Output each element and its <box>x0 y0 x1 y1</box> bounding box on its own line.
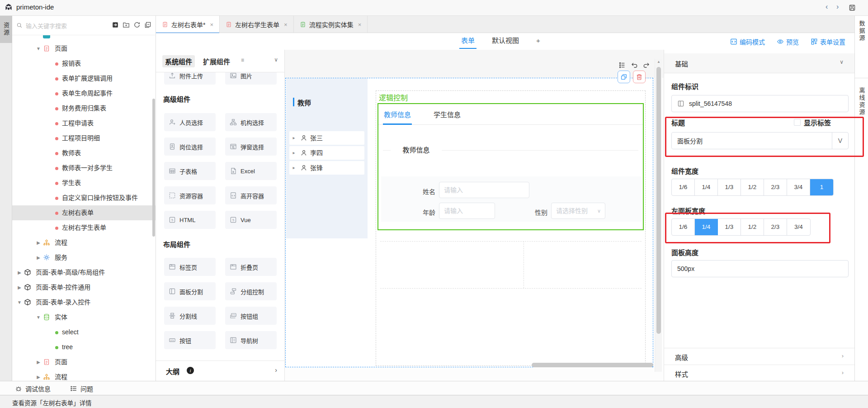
palette-item-html[interactable]: HTML <box>164 211 216 229</box>
tree-item[interactable]: 教师表 <box>12 146 156 161</box>
tree-item[interactable]: 工程项目明细 <box>12 131 156 146</box>
redo-icon[interactable] <box>643 62 650 69</box>
tree-item[interactable]: 财务费用归集表 <box>12 101 156 116</box>
advanced-section-header[interactable]: 高级 › <box>664 348 854 365</box>
form-settings-button[interactable]: 表单设置 <box>811 37 845 46</box>
offline-resources-strip-tab[interactable]: 离线资源 <box>855 87 868 116</box>
tree-item-pages[interactable]: ▶页面 <box>12 355 156 370</box>
palette-item-person-select[interactable]: 人员选择 <box>164 113 216 131</box>
tree-item[interactable]: 自定义窗口操作按钮及事件 <box>12 190 156 205</box>
tree-item[interactable]: 学生表 <box>12 176 156 190</box>
canvas-tree-node[interactable]: ▸ 张三 <box>289 131 364 145</box>
component-id-input[interactable] <box>689 100 843 107</box>
panel-split-component-selected[interactable]: 教师 ▸ 张三 ▸ 李四 ▸ 张锋 逻辑控制 教师信息 <box>285 78 653 367</box>
style-section-header[interactable]: 样式 › <box>664 365 854 381</box>
outline-panel[interactable]: 大纲 i › <box>156 361 284 381</box>
close-tab-icon[interactable]: × <box>358 21 362 28</box>
palette-item-org-select[interactable]: 机构选择 <box>225 113 277 131</box>
palette-item-post-select[interactable]: 岗位选择 <box>164 138 216 156</box>
tree-item[interactable]: 教师表一对多学生 <box>12 161 156 176</box>
palette-item-excel[interactable]: Excel <box>225 162 277 180</box>
variable-bind-button[interactable]: V <box>832 133 848 149</box>
canvas-vertical-scrollbar[interactable]: ▲ <box>655 59 662 372</box>
palette-item-subtable[interactable]: 子表格 <box>164 162 216 180</box>
width-option[interactable]: 2/3 <box>764 179 787 195</box>
tree-item[interactable]: 报销表 <box>12 56 156 71</box>
width-option[interactable]: 1/4 <box>695 179 718 195</box>
palette-item-group-control[interactable]: 分组控制 <box>225 282 277 300</box>
show-label-checkbox[interactable] <box>794 119 801 126</box>
tree-item-entity[interactable]: ▼实体 <box>12 310 156 325</box>
palette-menu-icon[interactable]: ≡ <box>241 57 244 63</box>
left-width-option[interactable]: 1/6 <box>672 219 695 235</box>
tree-item[interactable]: 工程申请表 <box>12 116 156 131</box>
palette-item-vue[interactable]: Vue <box>225 211 277 229</box>
tree-item-flow[interactable]: ▶流程 <box>12 370 156 381</box>
width-option[interactable]: 3/4 <box>787 179 810 195</box>
palette-item-resource-container[interactable]: 资源容器 <box>164 186 216 204</box>
import-resource-icon[interactable] <box>112 21 119 28</box>
palette-item-button[interactable]: 按钮 <box>164 331 216 349</box>
tree-item-package[interactable]: ▼页面-表单-录入控件 <box>12 295 156 310</box>
teacher-info-tab[interactable]: 教师信息 <box>384 109 411 119</box>
basic-section-header[interactable]: 基础 ∨ <box>664 53 854 73</box>
editor-tab[interactable]: 流程实例实体集 × <box>294 16 368 33</box>
tree-item-package[interactable]: ▶页面-表单-控件通用 <box>12 280 156 295</box>
canvas-horizontal-scrollbar[interactable] <box>532 363 653 367</box>
forward-icon[interactable]: › <box>836 3 839 11</box>
age-input[interactable] <box>439 203 495 219</box>
tree-item[interactable]: 表单生命周起事件 <box>12 86 156 101</box>
close-tab-icon[interactable]: × <box>210 21 213 28</box>
save-icon[interactable] <box>849 4 856 11</box>
palette-item-collapse-page[interactable]: 折叠页 <box>225 258 277 276</box>
left-width-option[interactable]: 1/2 <box>741 219 764 235</box>
palette-item-tab-page[interactable]: 标签页 <box>164 258 216 276</box>
tree-item-pages[interactable]: ▼页面 <box>12 41 156 56</box>
code-mode-button[interactable]: 编码模式 <box>730 37 765 46</box>
palette-item-code-container[interactable]: 高开容器 <box>225 186 277 204</box>
debug-info-button[interactable]: 调试信息 <box>15 384 51 393</box>
search-input[interactable] <box>26 20 112 31</box>
copy-component-button[interactable] <box>618 71 630 83</box>
refresh-icon[interactable] <box>133 21 141 28</box>
palette-tab-system[interactable]: 系统组件 <box>162 55 195 67</box>
tree-item[interactable]: 表单扩展逻辑调用 <box>12 71 156 86</box>
panel-height-input[interactable] <box>671 260 849 277</box>
tree-item[interactable]: tree <box>12 340 156 355</box>
tree-item-services[interactable]: ▶服务 <box>12 250 156 265</box>
width-option[interactable]: 1/2 <box>741 179 764 195</box>
palette-item-button-group[interactable]: 按钮组 <box>225 307 277 325</box>
tree-item-flow[interactable]: ▶流程 <box>12 235 156 250</box>
tree-scrollbar[interactable] <box>152 99 155 237</box>
palette-collapse-icon[interactable]: ∨ <box>274 57 278 63</box>
student-info-tab[interactable]: 学生信息 <box>434 109 461 119</box>
gender-select[interactable]: 请选择性别 ∨ <box>551 203 605 219</box>
resources-strip-tab[interactable]: 资源 <box>0 16 12 43</box>
palette-tab-extend[interactable]: 扩展组件 <box>203 57 230 66</box>
palette-item-popup-select[interactable]: 弹窗选择 <box>225 138 277 156</box>
left-width-option[interactable]: 3/4 <box>787 219 810 235</box>
tree-item-selected[interactable]: 左树右表单 <box>12 205 156 220</box>
collapse-all-icon[interactable] <box>144 21 151 28</box>
palette-item-panel-split[interactable]: 面板分割 <box>164 282 216 300</box>
width-option-selected[interactable]: 1 <box>810 179 833 195</box>
tree-item[interactable]: select <box>12 325 156 340</box>
width-option[interactable]: 1/3 <box>718 179 741 195</box>
canvas-tree-node[interactable]: ▸ 李四 <box>289 146 364 160</box>
palette-item-divider[interactable]: 分割线 <box>164 307 216 325</box>
tree-item-package[interactable]: ▶页面-表单-高级/布局组件 <box>12 265 156 280</box>
datasource-strip-tab[interactable]: 数据源 <box>855 20 868 42</box>
new-folder-icon[interactable] <box>123 21 130 28</box>
editor-tab-active[interactable]: 左树右表单* × <box>156 16 220 33</box>
canvas-tree-node[interactable]: ▸ 张锋 <box>289 161 364 175</box>
outline-tree-icon[interactable] <box>618 62 626 69</box>
width-option[interactable]: 1/6 <box>672 179 695 195</box>
delete-component-button[interactable] <box>633 71 646 83</box>
name-input[interactable] <box>439 182 529 198</box>
editor-tab[interactable]: 左树右学生表单 × <box>220 16 294 33</box>
title-input[interactable] <box>672 133 832 149</box>
left-width-option[interactable]: 1/3 <box>718 219 741 235</box>
palette-item-nav-tree[interactable]: 导航树 <box>225 331 277 349</box>
back-icon[interactable]: ‹ <box>826 3 828 11</box>
preview-button[interactable]: 预览 <box>777 37 799 46</box>
